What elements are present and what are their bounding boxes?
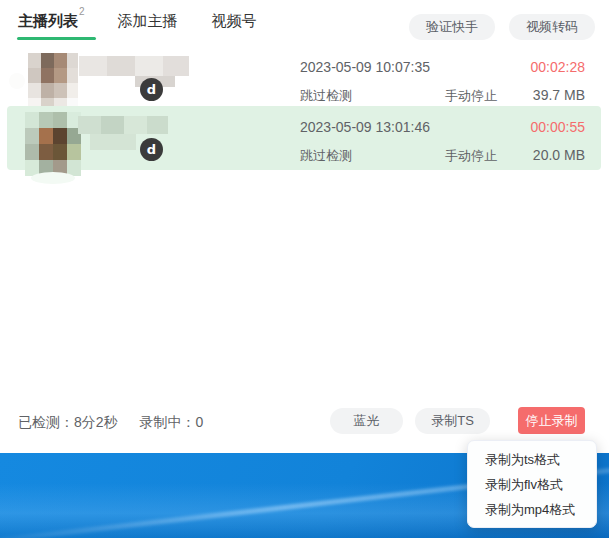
manual-stop-label: 手动停止 bbox=[445, 147, 497, 165]
tab-video-account[interactable]: 视频号 bbox=[212, 12, 257, 33]
record-format-menu: 录制为ts格式 录制为flv格式 录制为mp4格式 bbox=[467, 440, 597, 528]
file-size: 20.0 MB bbox=[533, 147, 585, 163]
blu-ray-button[interactable]: 蓝光 bbox=[330, 408, 403, 434]
record-start-time: 2023-05-09 10:07:35 bbox=[300, 59, 430, 75]
video-transcode-button[interactable]: 视频转码 bbox=[509, 14, 595, 40]
header-buttons: 验证快手 视频转码 bbox=[409, 14, 595, 40]
stream-row-selected[interactable]: d 2023-05-09 13:01:46 00:00:55 跳过检测 手动停止… bbox=[0, 106, 609, 170]
record-duration: 00:02:28 bbox=[531, 59, 586, 75]
avatar-blur bbox=[28, 53, 78, 111]
recording-count-status: 录制中：0 bbox=[140, 414, 204, 432]
tab-add-anchor[interactable]: 添加主播 bbox=[118, 12, 178, 33]
douyin-badge-icon: d bbox=[140, 138, 163, 161]
action-buttons: 蓝光 录制TS 停止录制 bbox=[330, 407, 585, 434]
tab-anchor-list-label: 主播列表 bbox=[18, 12, 78, 29]
manual-stop-label: 手动停止 bbox=[445, 87, 497, 105]
menu-item-record-flv[interactable]: 录制为flv格式 bbox=[468, 472, 596, 497]
tab-anchor-list-count-badge: 2 bbox=[79, 6, 85, 17]
menu-item-record-ts[interactable]: 录制为ts格式 bbox=[468, 447, 596, 472]
skip-detect-label: 跳过检测 bbox=[300, 147, 352, 165]
status-bar: 已检测：8分2秒 录制中：0 bbox=[18, 414, 203, 432]
record-duration: 00:00:55 bbox=[531, 119, 586, 135]
name-blur bbox=[79, 56, 189, 88]
stop-record-button[interactable]: 停止录制 bbox=[518, 407, 585, 434]
skip-detect-label: 跳过检测 bbox=[300, 87, 352, 105]
menu-item-record-mp4[interactable]: 录制为mp4格式 bbox=[468, 497, 596, 522]
record-start-time: 2023-05-09 13:01:46 bbox=[300, 119, 430, 135]
douyin-badge-icon: d bbox=[140, 78, 163, 101]
app-window: 主播列表2 添加主播 视频号 验证快手 视频转码 bbox=[0, 0, 609, 453]
avatar-blur bbox=[25, 112, 81, 180]
tab-anchor-list[interactable]: 主播列表2 bbox=[18, 11, 84, 33]
detected-time-status: 已检测：8分2秒 bbox=[18, 414, 118, 432]
record-ts-button[interactable]: 录制TS bbox=[415, 408, 490, 434]
tab-video-account-label: 视频号 bbox=[212, 12, 257, 29]
verify-kuaishou-button[interactable]: 验证快手 bbox=[409, 14, 495, 40]
tab-add-anchor-label: 添加主播 bbox=[118, 12, 178, 29]
screen: 主播列表2 添加主播 视频号 验证快手 视频转码 bbox=[0, 0, 609, 538]
file-size: 39.7 MB bbox=[533, 87, 585, 103]
tab-bar: 主播列表2 添加主播 视频号 bbox=[18, 8, 257, 36]
stream-row[interactable]: d 2023-05-09 10:07:35 00:02:28 跳过检测 手动停止… bbox=[0, 50, 609, 106]
